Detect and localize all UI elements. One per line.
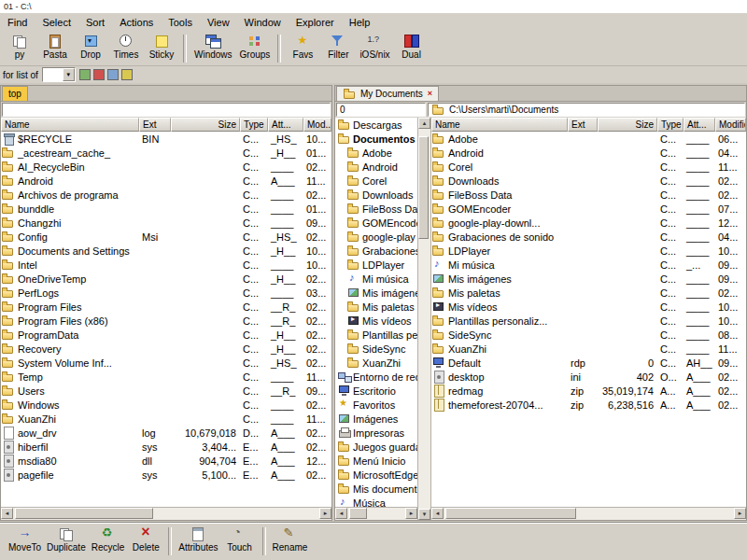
right-path-bar[interactable]: C:\Users\marti\Documents (428, 103, 745, 117)
toolbar-button-dual[interactable]: Dual (394, 33, 430, 61)
tree-header-cell[interactable]: 0 (336, 103, 426, 117)
tree-item-sidesync[interactable]: SideSync (335, 342, 417, 356)
tree-item-downloads[interactable]: Downloads (335, 188, 417, 202)
left-file-row[interactable]: TempC...____11... (1, 370, 331, 384)
tree-vscroll-track[interactable] (418, 129, 430, 509)
left-col-ext[interactable]: Ext (139, 118, 171, 132)
right-col-name[interactable]: Name (431, 118, 568, 132)
tree-item-plantillas-pe[interactable]: Plantillas pe (335, 328, 417, 342)
left-file-row[interactable]: WindowsC...____02... (1, 398, 331, 412)
left-col-att[interactable]: Att... (268, 118, 303, 132)
left-file-row[interactable]: System Volume Inf...C..._HS_02... (1, 356, 331, 370)
left-file-row[interactable]: pagefilesys5,100...E...A___02... (1, 468, 331, 482)
chevron-down-icon[interactable]: ▾ (63, 68, 75, 81)
tree-item-mis-documento[interactable]: Mis documento (335, 482, 417, 496)
tree-item-juegos-guardad[interactable]: Juegos guardad (335, 440, 417, 454)
right-file-row[interactable]: Mis vídeosC...____10... (431, 300, 746, 314)
tree-hscroll-track[interactable] (347, 508, 405, 520)
right-file-row[interactable]: XuanZhiC...____11... (431, 342, 746, 356)
bottom-button-moveto[interactable]: MoveTo (6, 525, 44, 553)
menu-item-sort[interactable]: Sort (78, 15, 112, 30)
tree-vscrollbar[interactable]: ▴ ▾ (417, 118, 431, 520)
scroll-left-icon[interactable]: ◂ (335, 508, 347, 519)
tree-item-xuanzhi[interactable]: XuanZhi (335, 356, 417, 370)
bottom-button-rename[interactable]: Rename (270, 525, 311, 553)
left-hscrollbar[interactable]: ◂ ▸ (1, 507, 331, 520)
tree-item-im-genes[interactable]: Imágenes (335, 412, 417, 426)
toolbar-button-favs[interactable]: Favs (285, 33, 320, 61)
scroll-right-icon[interactable]: ▸ (405, 508, 417, 519)
menu-item-actions[interactable]: Actions (112, 15, 161, 30)
left-path-bar[interactable] (2, 103, 331, 117)
tree-item-google-play[interactable]: google-play (335, 230, 417, 244)
tree-item-fileboss-dat[interactable]: FileBoss Dat (335, 202, 417, 216)
left-file-row[interactable]: Documents and SettingsC..._H__10... (1, 244, 331, 258)
toolbar-button-times[interactable]: Times (108, 33, 144, 61)
tree-item-men-inicio[interactable]: Menú Inicio (335, 454, 417, 468)
right-file-row[interactable]: Mis imágenesC...____09... (431, 272, 746, 286)
scroll-left-icon[interactable]: ◂ (431, 508, 444, 519)
close-icon[interactable]: × (428, 90, 432, 98)
menu-item-tools[interactable]: Tools (161, 15, 200, 30)
left-file-row[interactable]: AI_RecycleBinC...____02... (1, 160, 331, 174)
left-col-name[interactable]: Name (1, 118, 139, 132)
right-hscroll-track[interactable] (444, 508, 734, 520)
bottom-button-touch[interactable]: Touch (221, 525, 259, 553)
bottom-button-attributes[interactable]: Attributes (176, 525, 220, 553)
left-file-row[interactable]: hiberfilsys3,404...E...A___02... (1, 440, 331, 454)
tree-item-adobe[interactable]: Adobe (335, 146, 417, 160)
tree-item-descargas[interactable]: Descargas (335, 118, 417, 132)
right-file-row[interactable]: redmagzip35,019,174A...A___02... (431, 384, 746, 398)
right-hscrollbar[interactable]: ◂ ▸ (431, 507, 746, 520)
left-file-row[interactable]: UsersC...__R_09... (1, 384, 331, 398)
tree-item-grabaciones[interactable]: Grabaciones (335, 244, 417, 258)
right-file-row[interactable]: desktopini402O...A___02... (431, 370, 746, 384)
right-file-row[interactable]: AndroidC...____04... (431, 146, 746, 160)
scroll-right-icon[interactable]: ▸ (734, 508, 746, 519)
left-col-mod[interactable]: Mod... (303, 118, 331, 132)
right-col-size[interactable]: Size (598, 118, 657, 132)
menu-item-find[interactable]: Find (0, 15, 35, 30)
tab-top[interactable]: top (2, 86, 28, 101)
right-file-row[interactable]: AdobeC...____06... (431, 132, 746, 146)
left-file-row[interactable]: ProgramDataC..._H__02... (1, 328, 331, 342)
tree-item-corel[interactable]: Corel (335, 174, 417, 188)
left-file-row[interactable]: PerfLogsC...____03... (1, 286, 331, 300)
scroll-right-icon[interactable]: ▸ (319, 508, 331, 519)
left-file-row[interactable]: $RECYCLEBINC..._HS_10... (1, 132, 331, 146)
right-file-row[interactable]: FileBoss DataC...____02... (431, 188, 746, 202)
toolbar-button-ios-nix[interactable]: iOS/nix (356, 33, 393, 61)
tab-my-documents[interactable]: My Documents × (336, 86, 439, 101)
tree-item-escritorio[interactable]: Escritorio (335, 384, 417, 398)
tree-item-impresoras[interactable]: Impresoras (335, 426, 417, 440)
right-file-row[interactable]: Plantillas personaliz...C...____10... (431, 314, 746, 328)
left-file-row[interactable]: bunddleC...____01... (1, 202, 331, 216)
menu-item-window[interactable]: Window (237, 15, 289, 30)
toolbar-button-drop[interactable]: Drop (73, 33, 108, 61)
tree-item-documentos[interactable]: Documentos (335, 132, 417, 146)
refresh-icon[interactable] (121, 69, 133, 80)
left-file-row[interactable]: ChangzhiC...____09... (1, 216, 331, 230)
right-file-row[interactable]: CorelC...____11... (431, 160, 746, 174)
clear-filter-icon[interactable] (93, 69, 105, 80)
tree-item-entorno-de-red[interactable]: Entorno de red (335, 370, 417, 384)
right-col-modifie[interactable]: Modifie... (715, 118, 746, 132)
left-file-row[interactable]: AndroidC...A___11... (1, 174, 331, 188)
left-file-row[interactable]: _acestream_cache_C..._H__01... (1, 146, 331, 160)
left-file-row[interactable]: XuanZhiC...____11... (1, 412, 331, 426)
toolbar-button-py[interactable]: py (2, 33, 37, 61)
right-file-row[interactable]: DownloadsC...____02... (431, 174, 746, 188)
left-hscroll-thumb[interactable] (15, 508, 153, 519)
left-file-row[interactable]: Archivos de programaC...____02... (1, 188, 331, 202)
toolbar-button-pasta[interactable]: Pasta (37, 33, 73, 61)
left-file-row[interactable]: OneDriveTempC..._H__02... (1, 272, 331, 286)
left-col-type[interactable]: Type (240, 118, 268, 132)
right-file-row[interactable]: Mis paletasC...____02... (431, 286, 746, 300)
right-file-row[interactable]: Mi músicaC..._...09... (431, 258, 746, 272)
right-file-row[interactable]: themeforest-20704...zip6,238,516A...A___… (431, 398, 746, 412)
tree-item-mis-paletas[interactable]: Mis paletas (335, 300, 417, 314)
left-file-row[interactable]: aow_drvlog10,679,018D...A___02... (1, 426, 331, 440)
toolbar-button-sticky[interactable]: Sticky (144, 33, 179, 61)
menu-item-help[interactable]: Help (342, 15, 378, 30)
right-hscroll-thumb[interactable] (445, 508, 576, 519)
